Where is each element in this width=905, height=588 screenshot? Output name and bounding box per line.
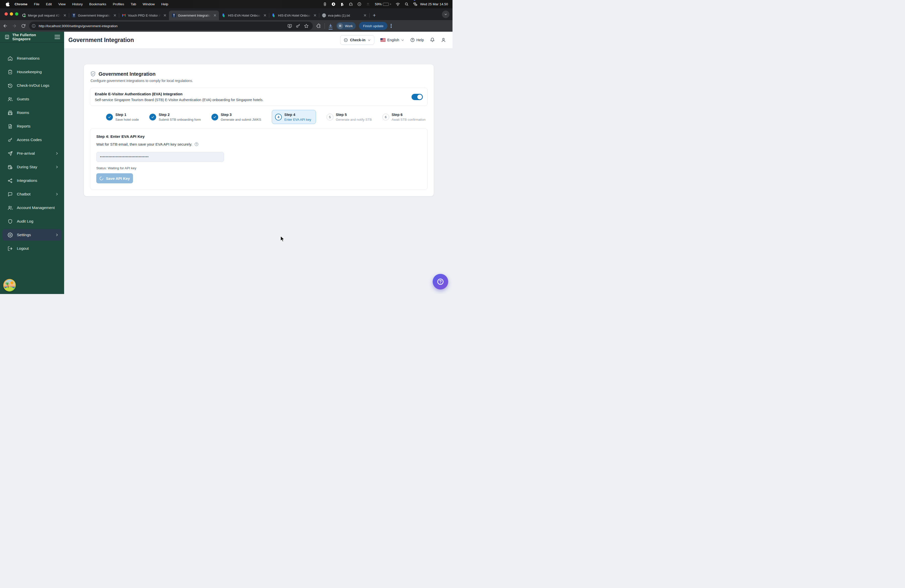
step-1[interactable]: Step 1Save hotel code (106, 113, 139, 121)
floating-help-button[interactable] (433, 274, 448, 289)
step-4-active[interactable]: 4 Step 4Enter EVA API key (272, 110, 316, 124)
window-controls (5, 12, 18, 16)
menubar-window[interactable]: Window (143, 2, 155, 6)
sidebar-item-pre-arrival[interactable]: Pre-arrival (0, 148, 64, 159)
step-5[interactable]: 5 Step 5Generate and notify STB (327, 113, 372, 121)
back-button[interactable] (2, 22, 9, 30)
help-circle-icon[interactable] (194, 142, 198, 146)
sidebar-item-housekeeping[interactable]: Housekeeping (0, 66, 64, 78)
tab-vouch-prd-email[interactable]: Vouch PRD E-Visitor Authen (119, 11, 169, 20)
password-key-icon[interactable] (295, 24, 300, 29)
menubar-app-name[interactable]: Chrome (14, 2, 27, 6)
spotlight-search-icon[interactable] (405, 2, 408, 6)
step-done-icon (106, 114, 113, 121)
address-bar[interactable]: http://localhost:3000/settings/governmen… (29, 22, 313, 30)
menubar-history[interactable]: History (72, 2, 83, 6)
api-key-status: Status: Waiting for API key (96, 166, 421, 170)
step-2[interactable]: Step 2Submit STB onboarding form (149, 113, 201, 121)
step-6[interactable]: 6 Step 6Await STB confirmation (383, 113, 426, 121)
help-button[interactable]: Help (410, 38, 424, 42)
sidebar-item-logout[interactable]: Logout (0, 243, 64, 254)
url-text[interactable]: http://localhost:3000/settings/governmen… (39, 24, 287, 28)
chrome-menu-icon[interactable] (391, 24, 391, 28)
record-indicator-icon[interactable] (323, 2, 327, 6)
tab-merge-pull-request[interactable]: Merge pull request #2406 f (19, 11, 69, 20)
menubar-edit[interactable]: Edit (46, 2, 52, 6)
sidebar-item-account-management[interactable]: Account Management (0, 202, 64, 213)
sidebar-item-during-stay[interactable]: During Stay (0, 161, 64, 173)
play-circle-icon[interactable] (357, 2, 361, 6)
downloads-button[interactable] (328, 23, 333, 29)
step-4-panel: Step 4: Enter EVA API Key Wait for STB e… (90, 129, 428, 190)
finish-update-button[interactable]: Finish update (359, 22, 387, 30)
page-title: Government Integration (68, 37, 134, 43)
forward-button[interactable] (11, 22, 18, 30)
tab-search-button[interactable] (442, 11, 449, 18)
close-tab-icon[interactable] (63, 13, 67, 17)
tab-government-integration-1[interactable]: V Government Integration - A (69, 11, 119, 20)
vouch-favicon: V (72, 13, 76, 17)
minimize-window-button[interactable] (10, 12, 13, 16)
new-tab-button[interactable]: + (370, 11, 378, 19)
profile-chip[interactable]: R Work (337, 22, 356, 30)
site-info-icon[interactable] (30, 22, 37, 29)
menubar-view[interactable]: View (58, 2, 66, 6)
close-window-button[interactable] (5, 12, 8, 16)
sidebar-item-rooms[interactable]: Rooms (0, 107, 64, 118)
sidebar-item-reports[interactable]: Reports (0, 121, 64, 132)
close-tab-icon[interactable] (313, 13, 317, 17)
screen: { "menubar": { "items": ["Chrome","File"… (0, 0, 452, 294)
close-tab-icon[interactable] (263, 13, 267, 17)
tab-government-integration-active[interactable]: V Government Integration - A (169, 11, 219, 20)
sidebar-item-audit-log[interactable]: Audit Log (0, 216, 64, 227)
close-tab-icon[interactable] (363, 13, 367, 17)
tab-his-eva-onboarding-2[interactable]: HIS-EVA Hotel Onboarding (269, 11, 319, 20)
reload-button[interactable] (20, 22, 27, 30)
tab-title: Merge pull request #2406 f (28, 14, 60, 17)
menubar-profiles[interactable]: Profiles (113, 2, 124, 6)
sidebar-item-checkinout-logs[interactable]: Check-In/Out Logs (0, 80, 64, 91)
sidebar-item-integrations[interactable]: Integrations (0, 175, 64, 186)
bookmark-star-icon[interactable] (304, 24, 309, 29)
wifi-icon[interactable] (396, 3, 400, 6)
save-api-key-button[interactable]: Save API Key (96, 173, 133, 183)
eva-api-key-input[interactable] (96, 152, 224, 162)
eva-toggle-switch[interactable] (411, 94, 423, 100)
tab-title: HIS-EVA Hotel Onboarding (278, 14, 311, 17)
close-tab-icon[interactable] (213, 13, 217, 17)
menubar-bookmarks[interactable]: Bookmarks (89, 2, 106, 6)
sidebar-item-chatbot[interactable]: Chatbot (0, 188, 64, 200)
sidebar-item-guests[interactable]: Guests (0, 93, 64, 105)
notifications-bell-icon[interactable] (430, 38, 435, 43)
menubar-file[interactable]: File (34, 2, 40, 6)
panel-description: Wait for STB email, then save your EVA A… (96, 142, 192, 146)
sidebar-item-access-codes[interactable]: Access Codes (0, 134, 64, 146)
card-subtitle: Configure government integrations to com… (90, 79, 428, 83)
apple-menu-icon[interactable] (6, 2, 10, 6)
step-3[interactable]: Step 3Generate and submit JWKS (211, 113, 261, 121)
menubar-help[interactable]: Help (161, 2, 168, 6)
user-avatar[interactable] (3, 279, 16, 291)
shield-check-icon (90, 71, 96, 77)
account-person-icon[interactable] (441, 38, 446, 43)
menubar-tab[interactable]: Tab (131, 2, 136, 6)
shutter-icon[interactable] (332, 2, 335, 6)
collapse-sidebar-icon[interactable] (54, 34, 60, 40)
battery-indicator[interactable]: 59% (375, 2, 391, 6)
close-tab-icon[interactable] (113, 13, 117, 17)
tab-eva-jwks-txt[interactable]: eva-jwks (1).txt (319, 11, 369, 20)
tab-his-eva-onboarding-1[interactable]: HIS-EVA Hotel Onboarding (219, 11, 269, 20)
maximize-window-button[interactable] (15, 12, 18, 16)
arch-app-icon[interactable] (349, 2, 353, 6)
menubar-clock[interactable]: Wed 25 Mar 14.50 (420, 2, 448, 6)
language-selector[interactable]: English (380, 38, 405, 42)
close-tab-icon[interactable] (163, 13, 167, 17)
install-app-icon[interactable] (287, 24, 292, 29)
control-center-icon[interactable] (413, 2, 415, 6)
extensions-icon[interactable] (316, 23, 321, 29)
checkin-dropdown[interactable]: Check-in (340, 35, 374, 45)
sidebar-item-settings[interactable]: Settings (3, 229, 62, 241)
keyboard-brightness-icon[interactable] (366, 2, 370, 6)
hand-warning-icon[interactable] (340, 2, 344, 6)
sidebar-item-reservations[interactable]: Reservations (0, 52, 64, 64)
